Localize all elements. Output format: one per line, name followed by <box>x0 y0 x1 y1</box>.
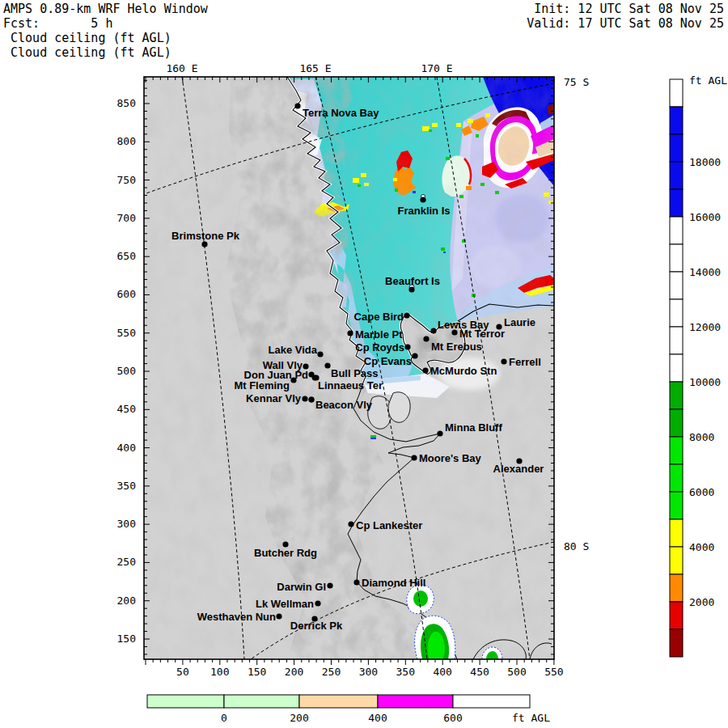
colorbar-value: 4000 <box>689 541 714 553</box>
colorbar-cell <box>670 327 683 354</box>
colorbar-cell <box>670 272 683 299</box>
y-axis-label: 200 <box>117 595 136 607</box>
y-axis-label: 700 <box>117 212 136 224</box>
y-axis-label: 300 <box>117 518 136 530</box>
station-marker <box>317 351 323 357</box>
station-marker <box>353 579 359 585</box>
map-canvas: Terra Nova BayBrimstone PkFranklin IsBea… <box>144 77 554 659</box>
colorbar-cell <box>453 695 530 708</box>
y-axis-label: 750 <box>117 174 136 186</box>
colorbar-cell <box>147 695 224 708</box>
x-axis-label: 50 <box>176 666 189 678</box>
station-marker <box>430 328 436 333</box>
colorbar-cell <box>299 695 378 708</box>
colorbar-cell <box>224 695 299 708</box>
station-label: Darwin Gl <box>277 581 326 593</box>
station-marker <box>348 521 353 527</box>
station-label: Laurie <box>504 316 535 328</box>
colorbar-cell <box>670 464 683 492</box>
colorbar-cell <box>670 354 683 382</box>
field-name-1: Cloud ceiling (ft AGL) <box>3 31 171 45</box>
station-marker <box>309 397 315 403</box>
station-label: Kennar Vly <box>246 392 302 404</box>
station-marker <box>422 367 428 373</box>
x-axis-label: 150 <box>248 666 266 678</box>
colorbar-value: 400 <box>368 712 387 724</box>
station-label: Mt Fleming <box>234 379 290 392</box>
station-marker <box>324 362 330 368</box>
station-marker <box>496 324 502 329</box>
island-outline-white <box>388 392 410 422</box>
station-marker <box>315 600 320 606</box>
station-marker <box>437 430 442 436</box>
station-label: Moore's Bay <box>419 452 482 464</box>
colorbar-cell <box>670 519 683 547</box>
colorbar-cell <box>670 162 683 189</box>
longitude-label: 170 E <box>421 62 452 74</box>
station-label: Bull Pass <box>331 367 379 379</box>
station-label: Cp Lankester <box>356 519 422 531</box>
station-label: Diamond Hill <box>362 577 425 589</box>
station-marker <box>411 455 417 460</box>
colorbar-value: 18000 <box>689 156 721 168</box>
station-marker <box>294 103 300 108</box>
colorbar-cell <box>670 217 683 244</box>
colorbar-bottom: 0200400600ft AGL <box>147 695 550 724</box>
station-marker <box>302 396 307 401</box>
colorbar-unit: ft AGL <box>689 74 727 87</box>
x-axis-label: 350 <box>396 666 415 678</box>
station-label: Lk Wellman <box>256 598 314 610</box>
station-label: Cape Bird <box>354 311 404 323</box>
longitude-label: 165 E <box>299 62 331 74</box>
colorbar-value: 16000 <box>689 211 721 223</box>
station-label: McMurdo Stn <box>430 365 497 377</box>
x-axis-label: 300 <box>359 666 378 678</box>
y-axis-label: 650 <box>117 250 136 262</box>
colorbar-value: 8000 <box>689 431 714 443</box>
station-label: Terra Nova Bay <box>303 107 379 119</box>
init-time: Init: 12 UTC Sat 08 Nov 25 <box>534 2 724 16</box>
colorbar-cell <box>670 79 683 107</box>
station-label: Marble Pt <box>355 328 403 341</box>
colorbar-unit: ft AGL <box>512 712 550 724</box>
colorbar-cell <box>670 299 683 327</box>
header-left: AMPS 0.89-km WRF Helo Window Fcst: 5 h C… <box>3 2 208 60</box>
station-marker <box>327 582 332 588</box>
colorbar-cell <box>670 574 683 602</box>
amps-forecast-page: AMPS 0.89-km WRF Helo Window Fcst: 5 h C… <box>0 0 728 728</box>
station-marker <box>404 344 410 349</box>
station-label: Minna Bluff <box>445 421 502 434</box>
x-axis-label: 200 <box>285 666 303 678</box>
x-axis-label: 550 <box>544 666 563 678</box>
forecast-hour: Fcst: 5 h <box>3 16 112 31</box>
station-label: Derrick Pk <box>290 620 343 632</box>
station-marker <box>451 329 457 335</box>
colorbar-cell <box>670 437 683 464</box>
station-marker <box>312 375 318 381</box>
station-label: Cp Royds <box>355 341 404 353</box>
station-label: Ferrell <box>509 356 541 368</box>
colorbar-cell <box>670 189 683 217</box>
y-axis-label: 350 <box>117 480 136 492</box>
latitude-label: 75 S <box>564 76 589 88</box>
y-axis-label: 450 <box>117 403 136 415</box>
x-axis-label: 400 <box>433 666 451 678</box>
colorbar-cell <box>378 695 453 708</box>
colorbar-value: 0 <box>221 712 227 724</box>
colorbar-cell <box>670 382 683 409</box>
colorbar-cell <box>670 409 683 437</box>
colorbar-cell <box>670 629 683 657</box>
colorbar-value: 6000 <box>689 486 714 498</box>
x-axis-label: 500 <box>507 666 526 678</box>
green-blob1-core <box>413 590 428 607</box>
station-marker <box>501 358 506 364</box>
colorbar-cell <box>670 134 683 162</box>
colorbar-cell <box>670 107 683 134</box>
y-axis-label: 150 <box>117 633 136 645</box>
x-axis-label: 250 <box>322 666 341 678</box>
y-axis-label: 800 <box>117 135 136 147</box>
station-label: Linnaeus Ter <box>318 379 383 392</box>
station-label: Beacon Vly <box>315 399 373 411</box>
station-marker <box>412 353 417 358</box>
station-marker <box>420 197 425 202</box>
